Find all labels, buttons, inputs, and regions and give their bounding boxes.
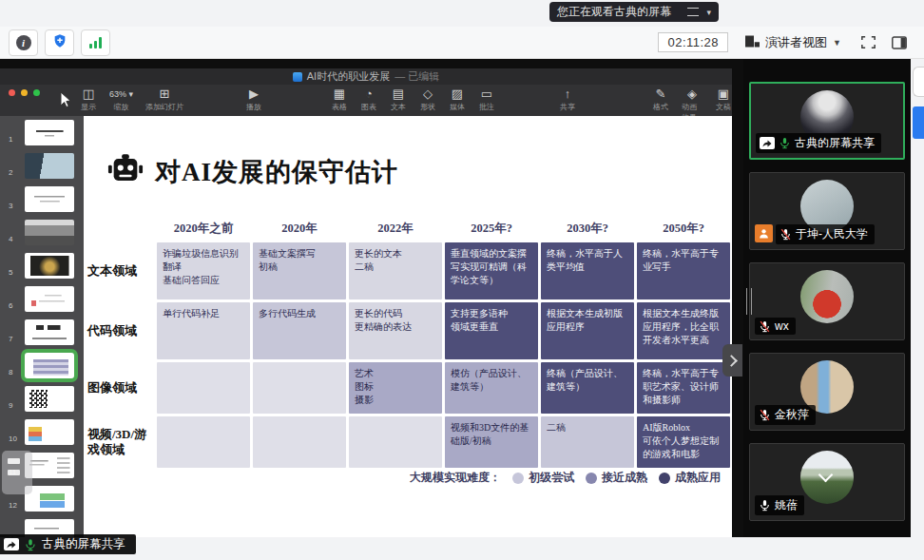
legend-item-label: 接近成熟 [602, 470, 647, 486]
slide-thumbnail[interactable] [25, 386, 74, 412]
slide-title: 对AI发展的保守估计 [155, 155, 398, 189]
thumbnail-number: 5 [9, 268, 12, 277]
participant-name: wx [775, 319, 789, 333]
table-cell [157, 362, 250, 414]
meeting-info-button[interactable]: i [9, 29, 38, 56]
participant-tile[interactable]: 于坤-人民大学 [749, 172, 905, 250]
zoom-value: 63% ▾ [109, 87, 133, 101]
table-header-cell: 2025年? [445, 215, 538, 240]
thumbnail-number: 6 [9, 301, 12, 310]
minimize-window-icon[interactable] [21, 89, 28, 96]
toolbar-button-label: 文本 [391, 102, 406, 112]
toolbar-button-play[interactable]: ▶播放 [245, 87, 262, 112]
slide-canvas: 对AI发展的保守估计 2020年之前2020年2022年2025年?2030年?… [84, 116, 732, 537]
slide-thumbnail[interactable] [25, 220, 74, 245]
fullscreen-button[interactable] [858, 33, 878, 51]
toolbar-button-label: 缩放 [114, 102, 129, 112]
mic-on-icon [779, 137, 791, 149]
toolbar-button-text[interactable]: ▤文本 [390, 87, 407, 112]
slide-thumbnail[interactable] [25, 419, 74, 445]
viewing-banner-label: 您正在观看古典的屏幕 [557, 4, 671, 20]
participant-tile[interactable]: 金秋萍 [749, 353, 905, 431]
slide-thumbnail-row: 8 [0, 350, 84, 383]
toolbar-right: 02:11:28 演讲者视图 ▼ [658, 31, 909, 54]
toolbar-button-sidebar[interactable]: ◫显示 [80, 87, 97, 112]
robot-icon [107, 154, 144, 189]
slide-thumbnail[interactable] [25, 353, 74, 378]
toolbar-button-media[interactable]: ▨媒体 [449, 87, 466, 112]
slide-thumbnail[interactable] [25, 286, 74, 312]
toolbar-button-chart[interactable]: ◔图表 [360, 87, 377, 112]
table-header-cell: 2020年之前 [157, 215, 250, 240]
speaker-view-button[interactable]: 演讲者视图 ▼ [740, 31, 847, 54]
collapse-chevron-icon[interactable] [818, 468, 834, 483]
table-cell: 诈骗垃圾信息识别 翻译 基础问答回应 [157, 242, 250, 299]
thumbnail-number: 1 [9, 135, 12, 144]
window-traffic-lights[interactable] [9, 89, 40, 96]
banner-menu-icon[interactable] [687, 8, 699, 16]
legend-items: 初级尝试接近成熟成熟应用 [512, 470, 721, 486]
toolbar-button-table[interactable]: ▦表格 [331, 87, 348, 112]
table-cell: 终稿，水平高于人类平均值 [541, 242, 634, 299]
participant-avatar [800, 270, 854, 323]
slide-thumbnail[interactable] [25, 153, 74, 179]
shared-screen: AI时代的职业发展 — 已编辑 ◫显示63% ▾缩放⊞添加幻灯片▶播放▦表格◔图… [0, 59, 743, 537]
mic-on-icon [24, 538, 37, 551]
format-icon: ✎ [656, 87, 666, 101]
table-row-label: 文本领域 [87, 242, 154, 299]
thumbnail-number: 9 [9, 401, 12, 410]
estimate-table: 2020年之前2020年2022年2025年?2030年?2050年?文本领域诈… [87, 215, 730, 468]
edge-scroll-indicator[interactable] [913, 106, 924, 139]
table-cell: 终稿（产品设计、建筑等） [541, 362, 634, 414]
participant-name-pill: 姚蓓 [755, 495, 804, 515]
close-window-icon[interactable] [9, 89, 15, 96]
banner-caret-icon[interactable]: ▾ [706, 8, 711, 17]
edge-panel-partial[interactable] [913, 67, 924, 97]
security-button[interactable] [45, 29, 74, 56]
person-badge-icon [755, 224, 773, 242]
slide-thumbnail[interactable] [25, 253, 74, 279]
legend-item-label: 成熟应用 [675, 470, 721, 486]
participant-tile[interactable]: wx [749, 262, 905, 340]
mic-muted-icon [780, 228, 792, 241]
participant-tile[interactable]: 古典的屏幕共享 [749, 82, 905, 160]
participant-name-row: 古典的屏幕共享 [756, 133, 881, 153]
keynote-body: 12345678910111213 对AI发展的保守估计 2020年之前2020… [0, 116, 732, 537]
participant-tile[interactable]: 姚蓓 [749, 443, 905, 521]
participant-name: 古典的屏幕共享 [795, 135, 875, 151]
slide-thumbnail[interactable] [25, 186, 74, 212]
thumbnail-number: 4 [9, 235, 12, 243]
slide-thumbnail-row: 5 [0, 250, 84, 283]
slide-thumbnail-row: 3 [0, 183, 84, 217]
sidebar-collapse-tab[interactable] [722, 344, 742, 377]
slide-thumbnail[interactable] [25, 120, 74, 145]
side-panel-button[interactable] [890, 34, 909, 51]
slide-thumbnail[interactable] [25, 319, 74, 345]
zoom-window-icon[interactable] [33, 89, 40, 96]
table-row-label: 图像领域 [87, 362, 154, 414]
table-cell: 垂直领域的文案撰写实现可精调（科学论文等） [445, 242, 538, 299]
slide-thumbnail-row: 10 [0, 416, 84, 450]
animate-icon: ◈ [687, 87, 697, 101]
play-icon: ▶ [249, 87, 259, 101]
participant-avatar [800, 451, 854, 504]
participant-name-pill: 金秋萍 [755, 405, 816, 425]
sidebar-drag-handle[interactable] [746, 288, 752, 315]
thumbnail-number: 2 [9, 168, 12, 177]
zoom-control[interactable]: 63% ▾缩放 [109, 87, 133, 112]
toolbar-button-add-slide[interactable]: ⊞添加幻灯片 [145, 87, 183, 112]
participants-sidebar: 古典的屏幕共享于坤-人民大学wx金秋萍姚蓓 [743, 59, 911, 537]
toolbar-button-share[interactable]: ↑共享 [559, 87, 576, 112]
layout-view-icon [745, 35, 760, 50]
table-cell [253, 416, 346, 468]
toolbar-button-comment[interactable]: ▭批注 [478, 87, 495, 112]
thumbnail-number: 3 [9, 202, 12, 210]
toolbar-button-shape[interactable]: ◇形状 [419, 87, 436, 112]
toolbar-group: ▶播放 [245, 87, 262, 112]
table-header-cell: 2030年? [541, 215, 634, 240]
document-icon: ▣ [718, 87, 729, 101]
connection-stats-button[interactable] [81, 29, 110, 56]
add-slide-icon: ⊞ [160, 87, 170, 101]
slide-thumbnail-row: 6 [0, 283, 84, 317]
table-cell: 根据文本生成终版应用程序，比全职开发者水平更高 [637, 302, 730, 359]
